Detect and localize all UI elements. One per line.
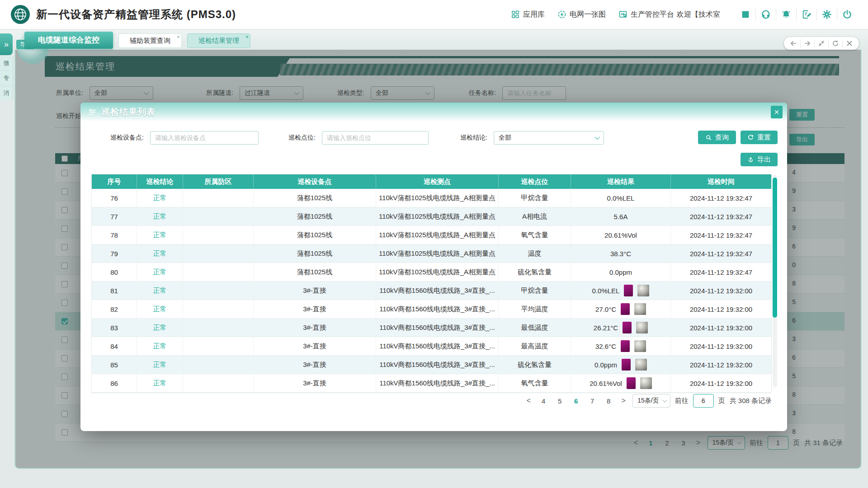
query-button[interactable]: 查询 — [698, 131, 736, 144]
camera-image-thumbnail[interactable] — [634, 340, 646, 352]
filter-select[interactable]: 全部 — [494, 131, 604, 145]
pagination-page-5[interactable]: 5 — [554, 397, 566, 405]
cell-text: 26.21°C — [594, 324, 618, 332]
filter-input[interactable] — [322, 131, 429, 145]
cell-position: 甲烷含量 — [499, 189, 571, 207]
thermal-image-thumbnail[interactable] — [627, 377, 636, 389]
cell-text: 0.0ppm — [594, 361, 617, 369]
cell-device-point: 3#-直接 — [254, 337, 376, 355]
top-nav-link-0[interactable]: 应用库 — [511, 10, 545, 19]
tab-close-icon[interactable]: × — [245, 34, 249, 40]
column-header: 序号 — [92, 174, 137, 189]
tab-close-icon[interactable]: × — [177, 34, 180, 40]
modal-close-button[interactable] — [771, 106, 783, 118]
cell-time: 2024-11-12 19:32:47 — [671, 207, 771, 225]
cell-text: 2024-11-12 19:32:00 — [690, 287, 752, 295]
top-nav-link-2[interactable]: 生产管控平台 — [618, 10, 674, 19]
thermal-image-thumbnail[interactable] — [621, 340, 630, 352]
cell-position: 氧气含量 — [499, 374, 571, 392]
pagination-prev[interactable]: < — [524, 397, 533, 405]
solid-square-icon — [741, 9, 750, 19]
cell-measure-point: 110kV商都1560线电缆线路_3#直接_... — [376, 300, 499, 318]
tab-1[interactable]: 辅助装置查询× — [118, 33, 182, 48]
reset-button[interactable]: 重置 — [741, 131, 778, 144]
camera-image-thumbnail[interactable] — [634, 303, 646, 315]
reset-button-label: 重置 — [757, 133, 771, 142]
cell-text: 110kV蒲都1025线电缆线路_A相测量点 — [379, 268, 495, 277]
table-row[interactable]: 79正常蒲都1025线110kV蒲都1025线电缆线路_A相测量点温度38.3°… — [92, 244, 771, 263]
tab-bar: 导航 电缆隧道综合监控辅助装置查询×巡检结果管理× — [0, 29, 868, 50]
cell-row-number: 84 — [92, 337, 137, 355]
table-row[interactable]: 84正常3#-直接110kV商都1560线电缆线路_3#直接_...最高温度32… — [92, 337, 771, 356]
cell-text: 110kV蒲都1025线电缆线路_A相测量点 — [379, 249, 495, 258]
sidebar-item-1[interactable]: 专 — [0, 71, 13, 86]
thermal-image-thumbnail[interactable] — [623, 322, 632, 333]
pagination-page-4[interactable]: 4 — [538, 397, 549, 405]
collapse-icon[interactable] — [814, 39, 828, 48]
cell-text: 2024-11-12 19:32:00 — [690, 324, 752, 332]
cell-text: 硫化氢含量 — [518, 268, 552, 277]
cell-result: 0.0ppm — [571, 356, 671, 374]
bell-button[interactable] — [776, 9, 796, 20]
pagination-next[interactable]: > — [619, 397, 628, 405]
tab-2[interactable]: 巡检结果管理× — [187, 33, 250, 48]
table-row[interactable]: 81正常3#-直接110kV商都1560线电缆线路_3#直接_...甲烷含量0.… — [92, 282, 771, 300]
pagination-page-6[interactable]: 6 — [570, 397, 582, 405]
pagination-page-7[interactable]: 7 — [586, 397, 598, 405]
gear-button[interactable] — [816, 9, 837, 20]
thermal-image-thumbnail[interactable] — [621, 303, 630, 315]
tab-0-active[interactable]: 电缆隧道综合监控 — [24, 32, 113, 49]
cell-measure-point: 110kV蒲都1025线电缆线路_A相测量点 — [376, 207, 499, 225]
cell-text: 2024-11-12 19:32:47 — [690, 194, 752, 202]
power-button[interactable] — [837, 9, 857, 20]
sidebar-item-2[interactable]: 消 — [0, 86, 13, 100]
table-row[interactable]: 80正常蒲都1025线110kV蒲都1025线电缆线路_A相测量点硫化氢含量0.… — [92, 263, 771, 282]
table-row[interactable]: 86正常3#-直接110kV商都1560线电缆线路_3#直接_...氧气含量20… — [92, 374, 771, 393]
document-edit-button[interactable] — [796, 9, 816, 20]
cell-text: 最高温度 — [521, 342, 548, 351]
filter-input[interactable] — [150, 131, 259, 145]
thermal-image-thumbnail[interactable] — [624, 285, 633, 296]
refresh-icon[interactable] — [828, 39, 842, 48]
sidebar-item-0[interactable]: 微 — [0, 56, 13, 71]
cell-text: 27.0°C — [595, 305, 616, 313]
page-size-select[interactable]: 15条/页 — [632, 394, 670, 408]
cell-time: 2024-11-12 19:32:00 — [671, 282, 771, 300]
pagination-page-8[interactable]: 8 — [603, 397, 614, 405]
table-row[interactable]: 82正常3#-直接110kV商都1560线电缆线路_3#直接_...平均温度27… — [92, 300, 771, 319]
cell-row-number: 78 — [92, 226, 137, 244]
export-button[interactable]: 导出 — [741, 153, 778, 166]
cell-device-point: 蒲都1025线 — [254, 189, 376, 207]
column-header: 巡检结果 — [571, 174, 671, 189]
goto-page-input[interactable] — [693, 394, 714, 408]
cell-conclusion: 正常 — [137, 374, 183, 392]
camera-image-thumbnail[interactable] — [636, 322, 648, 333]
cell-text: 2024-11-12 19:32:00 — [690, 380, 752, 387]
cell-measure-point: 110kV蒲都1025线电缆线路_A相测量点 — [376, 244, 499, 263]
cell-time: 2024-11-12 19:32:00 — [671, 319, 771, 337]
cell-text: 正常 — [153, 286, 167, 295]
cell-zone — [183, 282, 254, 300]
sidebar-expand-button[interactable]: » — [0, 33, 13, 55]
forward-arrow-icon[interactable] — [800, 39, 814, 48]
tab-label: 辅助装置查询 — [130, 37, 170, 44]
headset-button[interactable] — [755, 9, 776, 20]
table-row[interactable]: 85正常3#-直接110kV商都1560线电缆线路_3#直接_...硫化氢含量0… — [92, 356, 771, 374]
solid-square-button[interactable] — [736, 9, 755, 20]
cell-zone — [183, 374, 254, 392]
thermal-image-thumbnail[interactable] — [622, 359, 631, 371]
table-row[interactable]: 83正常3#-直接110kV商都1560线电缆线路_3#直接_...最低温度26… — [92, 319, 771, 337]
open-tabs: 电缆隧道综合监控辅助装置查询×巡检结果管理× — [24, 32, 250, 49]
scrollbar-thumb[interactable] — [773, 178, 777, 318]
table-row[interactable]: 77正常蒲都1025线110kV蒲都1025线电缆线路_A相测量点A相电流5.6… — [92, 207, 771, 226]
camera-image-thumbnail[interactable] — [640, 377, 652, 389]
camera-image-thumbnail[interactable] — [637, 285, 649, 296]
top-nav-link-1[interactable]: 电网一张图 — [557, 10, 606, 19]
back-arrow-icon[interactable] — [787, 39, 800, 48]
cell-zone — [183, 337, 254, 355]
close-icon[interactable] — [842, 39, 856, 48]
table-row[interactable]: 76正常蒲都1025线110kV蒲都1025线电缆线路_A相测量点甲烷含量0.0… — [92, 189, 771, 207]
document-edit-icon — [802, 9, 811, 19]
table-row[interactable]: 78正常蒲都1025线110kV蒲都1025线电缆线路_A相测量点氧气含量20.… — [92, 226, 771, 244]
camera-image-thumbnail[interactable] — [635, 359, 647, 371]
